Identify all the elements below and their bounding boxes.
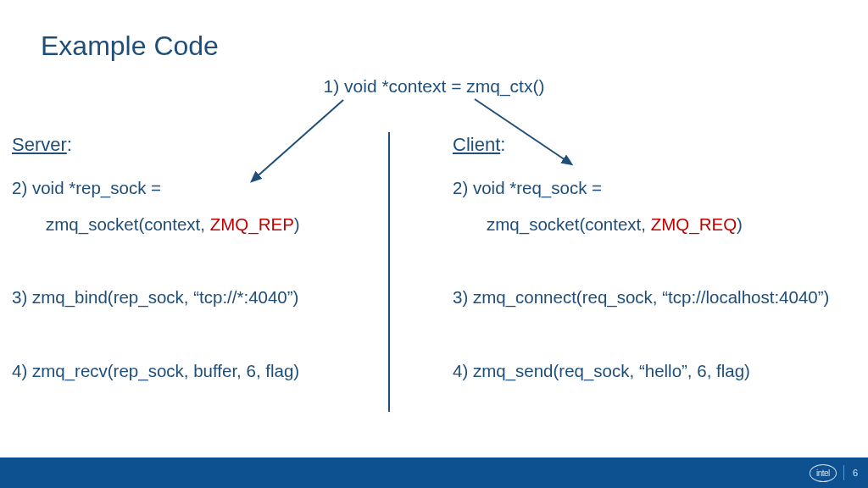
server-header: Server: (12, 134, 426, 156)
server-column: Server: 2) void *rep_sock = zmq_socket(c… (12, 134, 434, 433)
client-step-2b: zmq_socket(context, ZMQ_REQ) (453, 213, 848, 237)
client-socket-type: ZMQ_REQ (651, 214, 737, 234)
footer-separator (843, 465, 844, 480)
client-step-2b-pre: zmq_socket(context, (487, 214, 651, 234)
page-number: 6 (853, 468, 858, 478)
server-header-text: Server (12, 134, 67, 155)
client-step-2: 2) void *req_sock = zmq_socket(context, … (453, 176, 848, 236)
client-column: Client: 2) void *req_sock = zmq_socket(c… (434, 134, 856, 433)
client-header: Client: (453, 134, 848, 156)
server-header-colon: : (67, 134, 72, 155)
client-step-3: 3) zmq_connect(req_sock, “tcp://localhos… (453, 286, 848, 310)
server-step-2b-pre: zmq_socket(context, (46, 214, 210, 234)
slide-title: Example Code (41, 30, 219, 62)
client-step-2b-post: ) (737, 214, 743, 234)
server-step-2: 2) void *rep_sock = zmq_socket(context, … (12, 176, 426, 236)
client-step-2a: 2) void *req_sock = (453, 178, 602, 197)
server-step-4: 4) zmq_recv(rep_sock, buffer, 6, flag) (12, 359, 426, 384)
client-header-colon: : (500, 134, 505, 155)
server-step-2b: zmq_socket(context, ZMQ_REP) (12, 213, 426, 237)
context-code-line: 1) void *context = zmq_ctx() (0, 76, 868, 97)
client-header-text: Client (453, 134, 500, 155)
server-step-2a: 2) void *rep_sock = (12, 178, 161, 197)
slide-footer: intel 6 (0, 458, 868, 488)
server-socket-type: ZMQ_REP (210, 214, 294, 234)
intel-logo-icon: intel (810, 464, 837, 482)
server-step-2b-post: ) (294, 214, 300, 234)
client-step-4: 4) zmq_send(req_sock, “hello”, 6, flag) (453, 359, 848, 384)
code-columns: Server: 2) void *rep_sock = zmq_socket(c… (12, 134, 856, 433)
server-step-3: 3) zmq_bind(rep_sock, “tcp://*:4040”) (12, 286, 426, 310)
